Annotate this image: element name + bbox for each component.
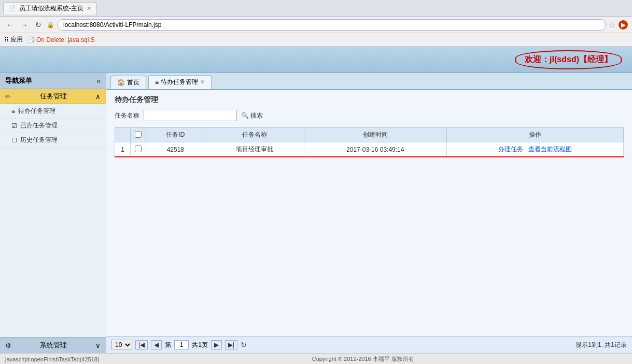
task-section-collapse-icon[interactable]: ∧: [95, 93, 101, 100]
row-num: 1: [115, 142, 131, 157]
bookmarks-bar: ⠿ 应用 📑 On Delete: java.sql.S: [0, 33, 632, 47]
col-task-name: 任务名称: [205, 128, 304, 142]
col-created-time: 创建时间: [304, 128, 446, 142]
last-page-button[interactable]: ▶|: [225, 340, 237, 350]
system-icon: ⚙: [5, 342, 11, 350]
search-btn-label: 搜索: [250, 111, 263, 120]
page-info: 显示1到1, 共1记录: [575, 341, 627, 350]
app-header: 欢迎：jl(sdsd)【经理】: [0, 47, 632, 73]
col-num: [115, 128, 131, 142]
tabs-bar: 🏠 首页 ≡ 待办任务管理 ✕: [106, 73, 632, 90]
history-tasks-icon: ☐: [11, 137, 17, 144]
system-label: 系统管理: [40, 341, 67, 350]
status-bar: javascript:openFinishTaskTab(42518) Copy…: [0, 353, 632, 364]
select-all-checkbox[interactable]: [135, 131, 142, 138]
search-button[interactable]: 🔍 搜索: [241, 111, 263, 120]
pending-tab-label: 待办任务管理: [161, 78, 198, 86]
pagination: 10 20 50 |◀ ◀ 第 共1页 ▶ ▶| ↻ 显示1到1, 共1记录: [106, 336, 632, 353]
tab-pending[interactable]: ≡ 待办任务管理 ✕: [148, 75, 212, 89]
row-checkbox[interactable]: [131, 142, 146, 157]
sidebar-system-section[interactable]: ⚙ 系统管理 ∨: [0, 337, 106, 353]
total-pages: 共1页: [192, 341, 208, 350]
bookmark-label: On Delete: java.sql.S: [36, 36, 95, 43]
home-tab-icon: 🏠: [117, 79, 125, 86]
address-input[interactable]: [58, 19, 606, 31]
bookmark-delete-item[interactable]: 📑 On Delete: java.sql.S: [27, 36, 95, 43]
col-checkbox: [131, 128, 146, 142]
reload-button[interactable]: ↻: [33, 20, 44, 30]
prev-page-button[interactable]: ◀: [151, 340, 162, 350]
next-page-button[interactable]: ▶: [211, 340, 222, 350]
content-body: 待办任务管理 任务名称 🔍 搜索 任务ID 任务名称: [106, 90, 632, 336]
pending-tab-close-icon[interactable]: ✕: [200, 79, 205, 85]
apps-label: 应用: [10, 35, 23, 44]
sidebar-item-done-tasks[interactable]: ☑ 已办任务管理: [0, 119, 106, 133]
sidebar-section-tasks[interactable]: ✏ 任务管理 ∧: [0, 89, 106, 104]
browser-action-icon[interactable]: ▶: [619, 20, 628, 30]
home-tab-label: 首页: [127, 78, 139, 87]
task-table: 任务ID 任务名称 创建时间 操作 1 42518 项目经理审批 2017-03…: [115, 127, 624, 157]
system-collapse-icon[interactable]: ∨: [95, 342, 101, 350]
content-area: 🏠 首页 ≡ 待办任务管理 ✕ 待办任务管理 任务名称 🔍 搜索: [106, 73, 632, 353]
col-ops: 操作: [446, 128, 623, 142]
table-row: 1 42518 项目经理审批 2017-03-16 03:49:14 办理任务 …: [115, 142, 624, 157]
col-task-id: 任务ID: [146, 128, 205, 142]
history-tasks-label: 历史任务管理: [20, 136, 58, 144]
sidebar-header: 导航菜单 «: [0, 73, 106, 89]
row-task-id: 42518: [146, 142, 205, 157]
sidebar-item-history-tasks[interactable]: ☐ 历史任务管理: [0, 133, 106, 148]
page-input[interactable]: [174, 340, 189, 350]
page-prefix: 第: [165, 341, 171, 350]
op-view-flow[interactable]: 查看当前流程图: [528, 145, 572, 153]
done-tasks-icon: ☑: [11, 122, 17, 129]
tab-close-icon[interactable]: ✕: [87, 5, 91, 12]
apps-grid-icon: ⠿: [4, 36, 9, 43]
search-icon: 🔍: [241, 112, 249, 119]
status-left: javascript:openFinishTaskTab(42518): [5, 356, 100, 362]
row-ops: 办理任务 查看当前流程图: [446, 142, 623, 157]
refresh-button[interactable]: ↻: [241, 341, 247, 349]
sidebar-task-section: ✏ 任务管理 ∧ ≡ 待办任务管理 ☑ 已办任务管理 ☐ 历史任务管理: [0, 89, 106, 148]
bookmark-star-icon[interactable]: ☆: [609, 21, 615, 29]
pending-tasks-label: 待办任务管理: [18, 107, 55, 115]
search-input[interactable]: [144, 110, 237, 121]
tab-icon: 📄: [9, 5, 16, 12]
address-bar: ← → ↻ 🔒 ☆ ▶: [0, 17, 632, 33]
secure-icon: 🔒: [47, 21, 54, 28]
title-bar: 📄 员工请假流程系统-主页 ✕: [0, 0, 632, 17]
apps-button[interactable]: ⠿ 应用: [4, 35, 23, 44]
tab-title: 员工请假流程系统-主页: [19, 4, 83, 13]
sidebar: 导航菜单 « ✏ 任务管理 ∧ ≡ 待办任务管理 ☑ 已办任务管理 ☐ 历史任务…: [0, 73, 106, 353]
pending-tab-icon: ≡: [155, 79, 159, 86]
status-center: Copyright © 2012-2016 李福平 版权所有: [312, 355, 414, 363]
first-page-button[interactable]: |◀: [135, 340, 148, 350]
row-task-name: 项目经理审批: [205, 142, 304, 157]
task-section-label: 任务管理: [40, 92, 67, 101]
forward-button[interactable]: →: [19, 20, 30, 30]
row-select-checkbox[interactable]: [135, 145, 142, 152]
done-tasks-label: 已办任务管理: [20, 121, 58, 130]
tab-home[interactable]: 🏠 首页: [110, 76, 146, 89]
browser-tab[interactable]: 📄 员工请假流程系统-主页 ✕: [3, 2, 97, 14]
op-handle-task[interactable]: 办理任务: [498, 145, 523, 153]
sidebar-title: 导航菜单: [5, 76, 32, 85]
welcome-text: 欢迎：jl(sdsd)【经理】: [515, 50, 622, 69]
sidebar-collapse-btn[interactable]: «: [96, 77, 101, 85]
task-section-icon: ✏: [5, 93, 11, 100]
sidebar-spacer: [0, 148, 106, 337]
bookmark-icon: 📑: [27, 36, 35, 43]
search-label: 任务名称: [115, 111, 139, 120]
page-size-select[interactable]: 10 20 50: [111, 340, 132, 350]
section-title: 待办任务管理: [115, 95, 624, 105]
search-bar: 任务名称 🔍 搜索: [115, 110, 624, 121]
row-created-time: 2017-03-16 03:49:14: [304, 142, 446, 157]
sidebar-item-pending-tasks[interactable]: ≡ 待办任务管理: [0, 104, 106, 119]
back-button[interactable]: ←: [4, 20, 16, 30]
pending-tasks-icon: ≡: [11, 108, 15, 115]
